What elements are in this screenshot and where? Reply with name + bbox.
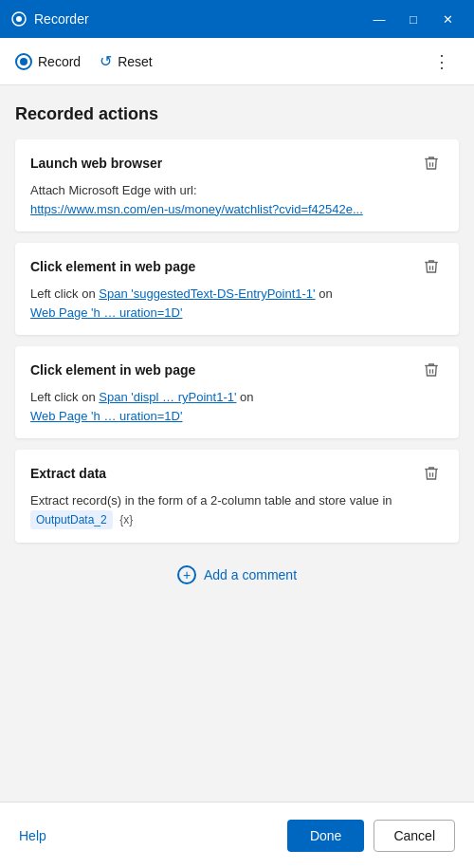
action-title-3: Click element in web page — [30, 362, 195, 378]
add-comment-icon: + — [177, 565, 196, 584]
app-icon — [11, 11, 27, 27]
section-title: Recorded actions — [15, 104, 459, 124]
reset-button[interactable]: ↺ Reset — [100, 48, 153, 74]
browser-url-link[interactable]: https://www.msn.com/en-us/money/watchlis… — [30, 202, 363, 216]
action-card-header-1: Launch web browser — [30, 153, 444, 174]
reset-label: Reset — [118, 54, 153, 69]
record-label: Record — [38, 54, 81, 69]
body-prefix-1: Attach Microsoft Edge with url: — [30, 183, 197, 197]
trash-icon-1 — [423, 155, 440, 172]
trash-icon-3 — [423, 361, 440, 379]
add-comment-button[interactable]: + Add a comment — [15, 558, 459, 592]
minimize-button[interactable]: — — [364, 6, 394, 32]
done-button[interactable]: Done — [287, 820, 364, 852]
click1-page-link[interactable]: Web Page 'h … uration=1D' — [30, 305, 182, 320]
action-card-launch-browser: Launch web browser Attach Microsoft Edge… — [15, 139, 459, 231]
maximize-button[interactable]: □ — [398, 6, 428, 32]
trash-icon-2 — [423, 258, 440, 275]
title-bar-controls: — □ ✕ — [364, 6, 463, 32]
action-card-click-2: Click element in web page Left click on … — [15, 346, 459, 438]
add-comment-label: Add a comment — [204, 567, 297, 582]
title-bar-left: Recorder — [11, 11, 89, 27]
action-title-1: Launch web browser — [30, 156, 162, 171]
app-title: Recorder — [34, 11, 89, 27]
extract-body-prefix: Extract record(s) in the form of a 2-col… — [30, 493, 392, 508]
more-options-button[interactable]: ⋮ — [426, 47, 459, 76]
action-card-header-4: Extract data — [30, 463, 444, 484]
delete-button-1[interactable] — [419, 153, 444, 174]
action-card-header-2: Click element in web page — [30, 256, 444, 277]
delete-button-3[interactable] — [419, 360, 444, 380]
click2-page-link[interactable]: Web Page 'h … uration=1D' — [30, 409, 182, 423]
action-card-click-1: Click element in web page Left click on … — [15, 243, 459, 335]
body-prefix-3: Left click on — [30, 390, 96, 404]
action-card-extract: Extract data Extract record(s) in the fo… — [15, 450, 459, 543]
body-mid-3: on — [240, 390, 253, 404]
cancel-button[interactable]: Cancel — [374, 820, 455, 852]
delete-button-4[interactable] — [419, 463, 444, 484]
action-body-4: Extract record(s) in the form of a 2-col… — [30, 491, 444, 529]
toolbar-left: Record ↺ Reset — [15, 48, 153, 74]
click1-span-link[interactable]: Span 'suggestedText-DS-EntryPoint1-1' — [99, 286, 315, 301]
action-body-2: Left click on Span 'suggestedText-DS-Ent… — [30, 285, 444, 322]
action-body-1: Attach Microsoft Edge with url: https://… — [30, 181, 444, 218]
click2-span-link[interactable]: Span 'displ … ryPoint1-1' — [99, 390, 236, 404]
delete-button-2[interactable] — [419, 256, 444, 277]
svg-point-1 — [16, 16, 22, 22]
action-title-2: Click element in web page — [30, 259, 195, 274]
output-data-badge[interactable]: OutputData_2 — [30, 510, 113, 529]
body-prefix-2: Left click on — [30, 286, 96, 301]
action-card-header-3: Click element in web page — [30, 360, 444, 380]
record-dot-inner — [20, 58, 27, 65]
title-bar: Recorder — □ ✕ — [0, 0, 474, 38]
help-link[interactable]: Help — [19, 828, 46, 843]
footer: Help Done Cancel — [0, 802, 474, 868]
reset-icon: ↺ — [100, 52, 112, 70]
trash-icon-4 — [423, 465, 440, 482]
body-mid-2: on — [319, 286, 332, 301]
record-dot-icon — [15, 53, 32, 70]
record-button[interactable]: Record — [15, 49, 81, 74]
main-content: Recorded actions Launch web browser Atta… — [0, 85, 474, 802]
var-icon: {x} — [119, 513, 133, 526]
footer-actions: Done Cancel — [287, 820, 455, 852]
close-button[interactable]: ✕ — [432, 6, 463, 32]
toolbar: Record ↺ Reset ⋮ — [0, 38, 474, 85]
action-body-3: Left click on Span 'displ … ryPoint1-1' … — [30, 388, 444, 425]
action-title-4: Extract data — [30, 466, 106, 481]
